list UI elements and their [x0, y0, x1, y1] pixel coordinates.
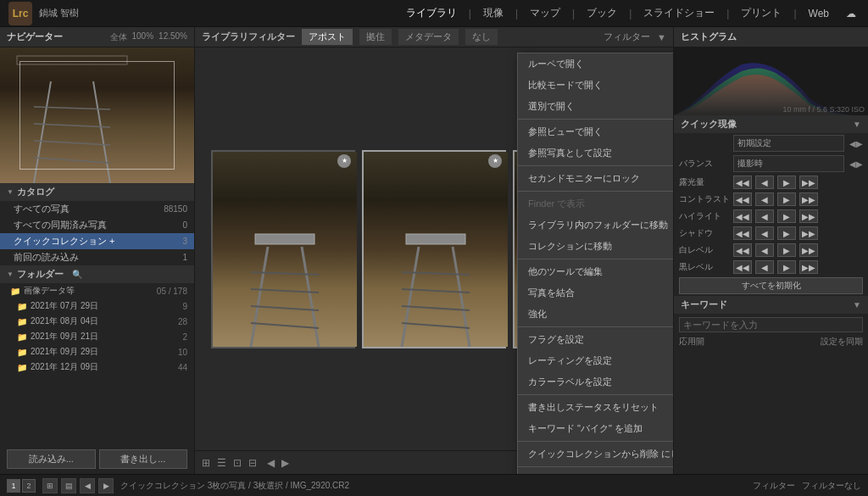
grid-view-icon[interactable]: ⊞	[42, 478, 58, 493]
menu-ref-view[interactable]: 参照ビューで開く	[518, 121, 673, 142]
next-icon[interactable]: ▶	[281, 457, 289, 469]
nav-print[interactable]: プリント	[737, 4, 785, 22]
qd-wh-btn-lll[interactable]: ◀◀	[733, 243, 752, 257]
photo-cell-2[interactable]: 2 ★	[362, 150, 506, 348]
folder-item-0[interactable]: 📁 2021年 07月 29日 9	[0, 298, 194, 314]
qd-balance-arrows[interactable]: ◀▶	[849, 159, 863, 169]
qd-exp-btn-ll[interactable]: ◀	[755, 176, 774, 189]
navigator-zoom-percent[interactable]: 12.50%	[159, 31, 187, 43]
filter-status-label: フィルター	[753, 480, 795, 492]
qd-bl-btn-rr[interactable]: ▶▶	[799, 260, 818, 274]
page-btn-1[interactable]: 1	[7, 479, 20, 493]
nav-develop[interactable]: 現像	[480, 4, 507, 22]
qd-hi-btn-r[interactable]: ▶	[777, 209, 796, 223]
folder-item-root[interactable]: 📁 画像データ等 05 / 178	[0, 283, 194, 298]
catalog-item-last-import[interactable]: 前回の読み込み 1	[0, 249, 194, 265]
menu-go-folder[interactable]: ライブラリ内のフォルダーに移動	[518, 215, 673, 236]
view-grid-icon[interactable]: ⊞	[202, 457, 210, 469]
view-list-icon[interactable]: ☰	[217, 457, 226, 469]
menu-set-flag[interactable]: フラグを設定 ▶	[518, 329, 673, 350]
filter-tab-attr[interactable]: 拠住	[359, 29, 392, 45]
menu-edit-with[interactable]: 他のツールで編集 ▶	[518, 261, 673, 282]
menu-compare[interactable]: 比較モードで開く	[518, 75, 673, 96]
qd-hi-btn-rr[interactable]: ▶▶	[799, 209, 818, 223]
navigator-zoom-100[interactable]: 100%	[132, 31, 154, 43]
filter-tab-meta[interactable]: メタデータ	[398, 29, 459, 45]
folder-item-4[interactable]: 📁 2021年 12月 09日 44	[0, 359, 194, 375]
qd-bl-btn-lll[interactable]: ◀◀	[733, 260, 752, 274]
qd-preset-arrow[interactable]: ◀▶	[849, 139, 863, 148]
menu-add-keyword[interactable]: キーワード "バイク" を追加	[518, 418, 673, 439]
menu-merge[interactable]: 写真を結合 ▶	[518, 282, 673, 304]
qd-con-btn-lll[interactable]: ◀◀	[733, 192, 752, 206]
catalog-item-all[interactable]: すべての写真 88150	[0, 201, 194, 217]
filter-status-value[interactable]: フィルターなし	[802, 480, 861, 492]
filter-tab-none[interactable]: なし	[465, 29, 498, 45]
folders-header[interactable]: ▼ フォルダー 🔍	[0, 265, 194, 283]
qd-balance-value[interactable]: 撮影時	[733, 155, 844, 172]
view-compare-icon[interactable]: ⊡	[233, 457, 242, 469]
prev-icon[interactable]: ◀	[267, 457, 275, 469]
nav-slideshow[interactable]: スライドショー	[640, 4, 718, 22]
menu-reset-export[interactable]: 書き出しステータスをリセット	[518, 397, 673, 418]
export-button[interactable]: 書き出し...	[99, 449, 188, 469]
navigator-image[interactable]	[0, 47, 194, 183]
qd-balance-row: バランス 撮影時 ◀▶	[674, 153, 868, 174]
menu-survey[interactable]: 選別で開く	[518, 96, 673, 117]
menu-set-color[interactable]: カラーラベルを設定 ▶	[518, 371, 673, 393]
nav-next-icon[interactable]: ▶	[98, 478, 114, 493]
folder-item-1[interactable]: 📁 2021年 08月 04日 28	[0, 314, 194, 329]
qd-sh-btn-lll[interactable]: ◀◀	[733, 226, 752, 240]
qd-wh-btn-r[interactable]: ▶	[777, 243, 796, 257]
catalog-header[interactable]: ▼ カタログ	[0, 183, 194, 201]
qd-hi-btn-ll[interactable]: ◀	[755, 209, 774, 223]
main-layout: ナビゲーター 全体 100% 12.50%	[0, 27, 868, 474]
catalog-item-synced[interactable]: すべての同期済み写真 0	[0, 217, 194, 233]
menu-set-ref[interactable]: 参照写真として設定	[518, 142, 673, 164]
folders-label: フォルダー	[17, 268, 64, 281]
qd-exp-btn-lll[interactable]: ◀◀	[733, 176, 752, 189]
folder-item-3[interactable]: 📁 2021年 09月 29日 10	[0, 344, 194, 359]
qd-reset-btn[interactable]: すべてを初期化	[679, 277, 863, 294]
keyword-input[interactable]	[679, 317, 863, 332]
catalog-item-quick[interactable]: クイックコレクション + 3	[0, 233, 194, 249]
qd-bl-btn-r[interactable]: ▶	[777, 260, 796, 274]
nav-library[interactable]: ライブラリ	[403, 4, 460, 22]
menu-open-loupe[interactable]: ルーペで開く	[518, 53, 673, 75]
folder-search-icon[interactable]: 🔍	[72, 270, 82, 279]
qd-expand-icon[interactable]: ▼	[853, 120, 861, 129]
menu-remove-quick-next[interactable]: クイックコレクションから削除 にして次へ ⇧⌘B	[518, 443, 673, 450]
filmstrip-icon[interactable]: ▤	[61, 478, 76, 493]
nav-prev-icon[interactable]: ◀	[80, 478, 95, 493]
qd-bl-btn-ll[interactable]: ◀	[755, 260, 774, 274]
page-btn-2[interactable]: 2	[22, 479, 36, 493]
menu-set-rating[interactable]: レーティングを設定 ▶	[518, 350, 673, 371]
qd-sh-btn-rr[interactable]: ▶▶	[799, 226, 818, 240]
nav-map[interactable]: マップ	[526, 4, 564, 22]
menu-second-monitor[interactable]: セカンドモニターにロック ⇧⌘⏎	[518, 168, 673, 189]
nav-book[interactable]: ブック	[583, 4, 620, 22]
view-survey-icon[interactable]: ⊟	[248, 457, 257, 469]
keywords-sync-label[interactable]: 設定を同期	[821, 336, 863, 348]
qd-exp-btn-rr[interactable]: ▶▶	[799, 176, 818, 189]
qd-hi-btn-lll[interactable]: ◀◀	[733, 209, 752, 223]
qd-sh-btn-ll[interactable]: ◀	[755, 226, 774, 240]
qd-con-btn-ll[interactable]: ◀	[755, 192, 774, 206]
filter-tab-text[interactable]: アポスト	[302, 29, 353, 45]
qd-preset-value[interactable]: 初期設定	[733, 135, 844, 152]
qd-wh-btn-rr[interactable]: ▶▶	[799, 243, 818, 257]
folder-item-2[interactable]: 📁 2021年 09月 21日 2	[0, 329, 194, 344]
photo-cell-1[interactable]: 1 ★	[211, 150, 355, 348]
menu-go-collection[interactable]: コレクションに移動 ▶	[518, 236, 673, 257]
qd-exp-btn-r[interactable]: ▶	[777, 176, 796, 189]
nav-web[interactable]: Web	[805, 6, 832, 21]
menu-enhance[interactable]: 強化 ⌃⌥I	[518, 304, 673, 325]
navigator-zoom-full[interactable]: 全体	[110, 31, 127, 43]
qd-wh-btn-ll[interactable]: ◀	[755, 243, 774, 257]
qd-con-btn-rr[interactable]: ▶▶	[799, 192, 818, 206]
qd-sh-btn-r[interactable]: ▶	[777, 226, 796, 240]
keywords-expand-icon[interactable]: ▼	[853, 300, 861, 309]
import-button[interactable]: 読み込み...	[7, 449, 96, 469]
filter-dropdown-btn[interactable]: ▼	[657, 32, 666, 42]
qd-con-btn-r[interactable]: ▶	[777, 192, 796, 206]
